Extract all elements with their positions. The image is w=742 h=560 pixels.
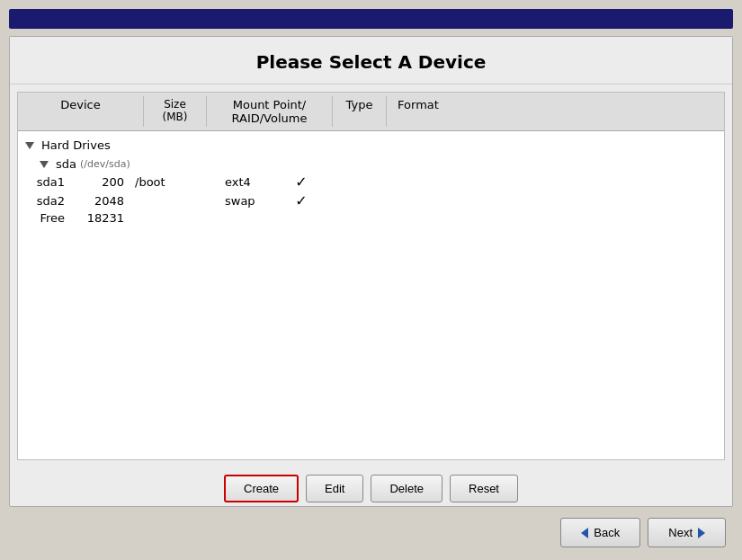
back-label: Back [594,526,620,539]
top-progress-bar [9,9,733,29]
sda2-name: sda2 [18,194,72,208]
header-device: Device [18,96,144,127]
panel-title-area: Please Select A Device [10,37,732,84]
table-body: Hard Drives sda (/dev/sda) sda1 200 /boo… [18,131,724,459]
header-size: Size(MB) [144,96,207,127]
sda1-row[interactable]: sda1 200 /boot ext4 ✓ [18,173,724,191]
sda2-row[interactable]: sda2 2048 swap ✓ [18,191,724,210]
hard-drives-row[interactable]: Hard Drives [18,135,724,156]
reset-button[interactable]: Reset [450,475,518,502]
sda2-format: ✓ [279,192,324,209]
sda2-size: 2048 [72,194,135,208]
back-button[interactable]: Back [560,518,640,547]
header-type: Type [333,96,387,127]
sda1-mount: /boot [135,175,225,189]
back-arrow-icon [581,528,588,538]
sda1-name: sda1 [18,175,72,189]
edit-button[interactable]: Edit [306,475,363,502]
sda1-type: ext4 [225,175,279,189]
expand-icon [25,142,34,149]
sda-path: (/dev/sda) [80,158,130,170]
sda-label: sda [56,157,76,171]
table-header: Device Size(MB) Mount Point/RAID/Volume … [18,93,724,131]
device-table: Device Size(MB) Mount Point/RAID/Volume … [17,92,725,460]
sda-expand-icon [40,161,49,168]
hard-drives-label: Hard Drives [41,138,111,152]
header-mount: Mount Point/RAID/Volume [207,96,333,127]
sda2-type: swap [225,194,279,208]
main-panel: Please Select A Device Device Size(MB) M… [9,36,733,507]
delete-button[interactable]: Delete [371,475,443,502]
header-format: Format [387,96,450,127]
free-row[interactable]: Free 18231 [18,210,724,226]
sda1-format: ✓ [279,173,324,191]
nav-area: Back Next [9,514,733,551]
action-buttons: Create Edit Delete Reset [10,467,732,506]
outer-container: Please Select A Device Device Size(MB) M… [0,0,742,560]
free-size: 18231 [72,211,135,225]
next-button[interactable]: Next [648,518,726,547]
next-arrow-icon [698,528,705,538]
free-name: Free [18,211,72,225]
panel-title: Please Select A Device [28,51,714,73]
sda1-size: 200 [72,175,135,189]
next-label: Next [668,526,693,539]
create-button[interactable]: Create [224,475,299,502]
sda-row[interactable]: sda (/dev/sda) [18,156,724,173]
